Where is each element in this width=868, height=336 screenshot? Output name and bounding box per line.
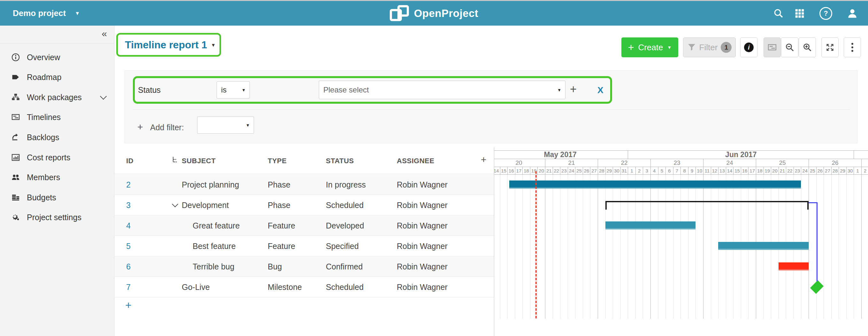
- gantt-grid-line: [636, 175, 636, 319]
- work-package-id-link[interactable]: 2: [126, 180, 131, 189]
- gantt-day-cell: 31: [620, 167, 628, 174]
- work-package-id-link[interactable]: 4: [126, 221, 131, 230]
- sidebar-item-project-settings[interactable]: Project settings: [0, 207, 114, 227]
- timelines-icon: [11, 113, 20, 121]
- work-package-row[interactable]: 6Terrible bugBugConfirmedRobin Wagner: [115, 256, 494, 277]
- gantt-day-cell: 28: [598, 167, 606, 174]
- gantt-day-cell: 21: [779, 167, 786, 174]
- gantt-grid-line: [500, 175, 500, 319]
- work-package-row[interactable]: 4Great featureFeatureDevelopedRobin Wagn…: [115, 215, 494, 236]
- sidebar-item-label: Work packages: [27, 92, 82, 102]
- zoom-in-button[interactable]: [799, 37, 816, 57]
- gantt-bar-best-feature[interactable]: [718, 242, 809, 250]
- sidebar-item-budgets[interactable]: Budgets: [0, 187, 114, 207]
- work-package-id-link[interactable]: 6: [126, 262, 131, 271]
- project-switcher[interactable]: Demo project ▼: [13, 1, 80, 26]
- gantt-grid-line: [695, 175, 696, 319]
- gantt-day-label: 16: [508, 168, 514, 173]
- column-header-assignee[interactable]: ASSIGNEE: [397, 157, 434, 165]
- sidebar-item-overview[interactable]: Overview: [0, 47, 114, 67]
- column-header-subject[interactable]: SUBJECT: [182, 157, 216, 165]
- collapse-children-icon[interactable]: [172, 201, 178, 207]
- zoom-out-button[interactable]: [781, 37, 798, 57]
- gantt-day-label: 24: [802, 168, 808, 173]
- gantt-month-cell: Jun 2017: [628, 151, 854, 159]
- gantt-day-label: 28: [833, 168, 838, 173]
- work-package-id-link[interactable]: 5: [126, 241, 131, 251]
- gantt-month-label: May 2017: [544, 151, 576, 159]
- fullscreen-button[interactable]: [822, 37, 839, 57]
- gantt-day-label: 17: [516, 168, 522, 173]
- add-filter-plus-icon[interactable]: +: [137, 121, 143, 133]
- gantt-day-cell: 17: [515, 167, 523, 174]
- gantt-day-cell: 2: [636, 167, 643, 174]
- sidebar-item-work-packages[interactable]: Work packages: [0, 87, 114, 107]
- filter-button[interactable]: Filter 1: [683, 37, 736, 57]
- work-package-type: Bug: [268, 262, 282, 271]
- gantt-day-label: 20: [772, 168, 778, 173]
- filter-divider: [133, 109, 850, 110]
- filter-operator-select[interactable]: is ▼: [217, 81, 250, 99]
- add-column-button[interactable]: +: [481, 154, 487, 165]
- work-package-id-link[interactable]: 7: [126, 282, 131, 291]
- gantt-grid-line: [839, 175, 839, 319]
- sidebar-item-backlogs[interactable]: Backlogs: [0, 127, 114, 147]
- column-header-status[interactable]: STATUS: [326, 157, 354, 165]
- gantt-bar-terrible-bug[interactable]: [779, 262, 809, 271]
- search-icon: [773, 8, 784, 19]
- work-package-id-link[interactable]: 3: [126, 200, 131, 209]
- gantt-day-cell: 29: [839, 167, 846, 174]
- filter-add-value-button[interactable]: +: [570, 83, 577, 96]
- search-button[interactable]: [770, 1, 787, 26]
- gantt-day-cell: 7: [673, 167, 681, 174]
- gantt-day-cell: 20: [771, 167, 779, 174]
- gantt-grid-line: [598, 175, 598, 319]
- gantt-grid-line: [575, 175, 576, 319]
- gantt-day-label: 1: [857, 168, 859, 173]
- sidebar-item-label: Roadmap: [27, 73, 61, 82]
- timeline-report-selector[interactable]: Timeline report 1 ▼: [125, 34, 216, 55]
- work-package-row[interactable]: 2Project planningPhaseIn progressRobin W…: [115, 174, 494, 195]
- gantt-day-label: 10: [697, 168, 702, 173]
- work-package-row[interactable]: 5Best featureFeatureSpecifiedRobin Wagne…: [115, 236, 494, 256]
- modules-button[interactable]: [791, 1, 808, 26]
- gantt-day-label: 18: [524, 168, 529, 173]
- help-button[interactable]: ?: [817, 1, 834, 26]
- gantt-grid-line: [658, 175, 658, 319]
- gantt-summary-bracket[interactable]: [606, 201, 809, 202]
- sidebar-item-cost-reports[interactable]: Cost reports: [0, 147, 114, 167]
- sidebar-item-timelines[interactable]: Timelines: [0, 107, 114, 128]
- work-package-row[interactable]: 3DevelopmentPhaseScheduledRobin Wagner: [115, 195, 494, 215]
- gantt-bar-great-feature[interactable]: [606, 221, 696, 229]
- sidebar-item-roadmap[interactable]: Roadmap: [0, 67, 114, 87]
- work-package-row[interactable]: 7Go-LiveMilestoneScheduledRobin Wagner: [115, 277, 494, 297]
- sidebar-item-members[interactable]: Members: [0, 167, 114, 188]
- gantt-bar-project-planning[interactable]: [509, 180, 801, 189]
- gantt-day-cell: 2: [861, 167, 868, 174]
- sidebar-item-label: Members: [27, 173, 60, 182]
- filter-value-select[interactable]: Please select ▼: [319, 81, 565, 99]
- hierarchy-icon[interactable]: [172, 156, 178, 163]
- add-work-package-button[interactable]: +: [125, 299, 132, 311]
- chevron-down-icon: ▼: [557, 88, 561, 92]
- work-package-assignee: Robin Wagner: [397, 262, 447, 271]
- work-package-assignee: Robin Wagner: [397, 241, 447, 251]
- kebab-icon: [851, 43, 853, 45]
- sidebar-collapse-button[interactable]: «: [101, 29, 107, 38]
- chevron-down-icon: ▼: [246, 123, 250, 128]
- account-button[interactable]: [844, 1, 861, 26]
- gantt-day-label: 14: [727, 168, 733, 173]
- column-header-type[interactable]: TYPE: [268, 157, 286, 165]
- work-package-info-button[interactable]: i: [740, 37, 757, 57]
- create-button[interactable]: + Create ▼: [621, 37, 678, 57]
- work-package-subject: Go-Live: [182, 282, 210, 291]
- timeline-view-toggle-button[interactable]: [764, 37, 781, 57]
- add-filter-select[interactable]: ▼: [197, 116, 254, 134]
- more-options-button[interactable]: [844, 37, 861, 57]
- filter-remove-button[interactable]: X: [597, 85, 603, 95]
- column-header-id[interactable]: ID: [126, 157, 133, 165]
- gantt-day-label: 31: [622, 168, 627, 173]
- gantt-milestone-go-live[interactable]: [810, 280, 824, 294]
- gantt-day-cell: 27: [824, 167, 831, 174]
- gantt-day-cell: 15: [733, 167, 741, 174]
